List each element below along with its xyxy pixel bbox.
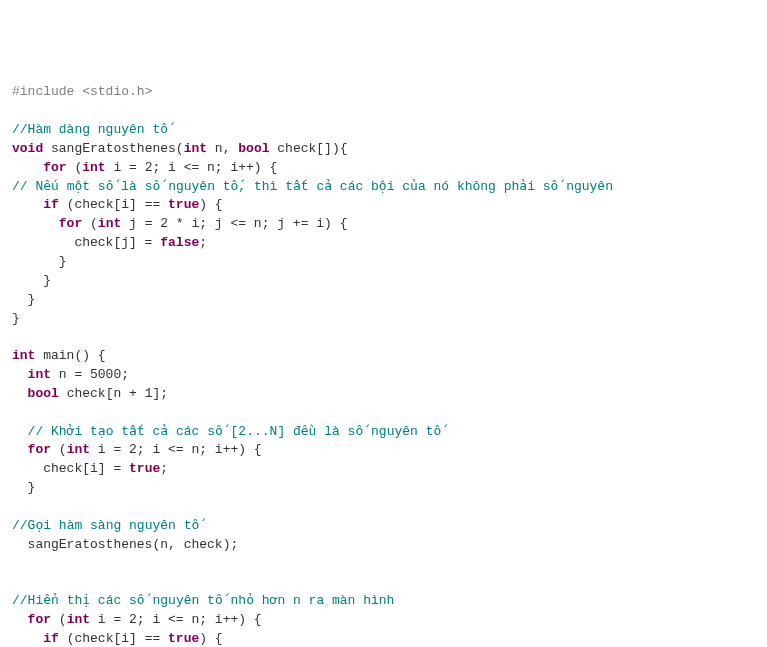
comment-line: //Gọi hàm sàng nguyên tố bbox=[12, 518, 199, 533]
keyword-bool: bool bbox=[238, 141, 269, 156]
keyword-int: int bbox=[98, 216, 121, 231]
brace: } bbox=[12, 254, 67, 269]
code-text: check[j] = bbox=[12, 235, 160, 250]
brace: } bbox=[12, 273, 51, 288]
keyword-for: for bbox=[28, 612, 51, 627]
code-text: j = 2 * i; j <= n; j += i) { bbox=[121, 216, 347, 231]
comment-line: //Hàm dàng nguyên tố bbox=[12, 122, 168, 137]
identifier: n, bbox=[207, 141, 238, 156]
comment-line: // Nếu một số là số nguyên tố, thì tất c… bbox=[12, 179, 613, 194]
code-text: ; bbox=[199, 235, 207, 250]
keyword-int: int bbox=[12, 348, 35, 363]
brace: } bbox=[12, 292, 35, 307]
comment-line: //Hiển thị các số nguyên tố nhỏ hơn n ra… bbox=[12, 593, 394, 608]
literal-false: false bbox=[160, 235, 199, 250]
preprocessor-line: #include <stdio.h> bbox=[12, 84, 152, 99]
literal-true: true bbox=[168, 631, 199, 646]
code-text: check[n + 1]; bbox=[59, 386, 168, 401]
code-text: (check[i] == bbox=[59, 631, 168, 646]
literal-true: true bbox=[168, 197, 199, 212]
keyword-if: if bbox=[43, 631, 59, 646]
literal-true: true bbox=[129, 461, 160, 476]
keyword-int: int bbox=[67, 442, 90, 457]
keyword-int: int bbox=[28, 367, 51, 382]
keyword-int: int bbox=[67, 612, 90, 627]
brace: } bbox=[12, 480, 35, 495]
code-text: ( bbox=[82, 216, 98, 231]
code-text: (check[i] == bbox=[59, 197, 168, 212]
code-text: check[i] = bbox=[12, 461, 129, 476]
code-text: ( bbox=[51, 612, 67, 627]
keyword-if: if bbox=[43, 197, 59, 212]
identifier: check[]){ bbox=[270, 141, 348, 156]
code-block: #include <stdio.h> //Hàm dàng nguyên tố … bbox=[12, 83, 755, 647]
keyword-for: for bbox=[59, 216, 82, 231]
brace: } bbox=[12, 311, 20, 326]
keyword-int: int bbox=[82, 160, 105, 175]
identifier: sangEratosthenes( bbox=[43, 141, 183, 156]
code-text: ( bbox=[67, 160, 83, 175]
keyword-for: for bbox=[43, 160, 66, 175]
code-text: n = 5000; bbox=[51, 367, 129, 382]
code-text: i = 2; i <= n; i++) { bbox=[106, 160, 278, 175]
code-text: ( bbox=[51, 442, 67, 457]
keyword-for: for bbox=[28, 442, 51, 457]
code-text: i = 2; i <= n; i++) { bbox=[90, 612, 262, 627]
keyword-int: int bbox=[184, 141, 207, 156]
code-text: i = 2; i <= n; i++) { bbox=[90, 442, 262, 457]
identifier: main() { bbox=[35, 348, 105, 363]
keyword-bool: bool bbox=[28, 386, 59, 401]
keyword-void: void bbox=[12, 141, 43, 156]
code-text: ) { bbox=[199, 631, 222, 646]
code-text: ) { bbox=[199, 197, 222, 212]
code-text: ; bbox=[160, 461, 168, 476]
code-text: sangEratosthenes(n, check); bbox=[12, 537, 238, 552]
comment-line: // Khởi tạo tất cả các số [2...N] đều là… bbox=[28, 424, 442, 439]
